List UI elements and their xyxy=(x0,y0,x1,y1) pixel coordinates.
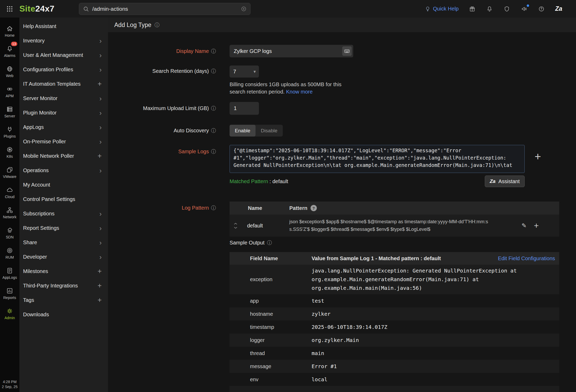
move-up-icon[interactable] xyxy=(234,223,237,225)
sidebar-item[interactable]: Configuration Profiles › + xyxy=(19,62,108,77)
notification-dot xyxy=(527,4,529,7)
global-search-input[interactable]: /admin-actions xyxy=(79,3,251,15)
plus-icon[interactable]: + xyxy=(97,268,102,275)
sample-logs-textarea[interactable]: {"@timestamp":"2025-06-10T18:39:14.017Z"… xyxy=(230,145,525,173)
table-row: timestamp 2025-06-10T18:39:14.017Z xyxy=(230,320,559,334)
auto-discovery-row: Auto Discovery ⓘ Enable Disable xyxy=(108,125,576,137)
matched-pattern-text: Matched Pattern : default xyxy=(230,178,288,184)
field-name-cell: thread xyxy=(250,350,312,356)
shield-icon[interactable] xyxy=(503,5,510,13)
page-title: Add Log Type xyxy=(114,21,151,29)
apm-icon xyxy=(6,86,13,92)
sidebar-item[interactable]: IT Automation Templates › + xyxy=(19,77,108,91)
notifications-bell-icon[interactable] xyxy=(486,5,493,13)
sidebar-item[interactable]: Mobile Network Poller › + xyxy=(19,149,108,163)
help-icon[interactable] xyxy=(538,5,545,13)
info-icon[interactable]: ⓘ xyxy=(211,49,216,54)
sidebar-item[interactable]: Downloads › + xyxy=(19,307,108,322)
plus-icon[interactable]: + xyxy=(97,282,102,289)
sidebar-item[interactable]: Tags › + xyxy=(19,293,108,307)
quick-help-button[interactable]: Quick Help xyxy=(425,6,459,12)
display-name-input[interactable]: Zylker GCP logs xyxy=(230,45,353,57)
edit-field-configurations-link[interactable]: Edit Field Configurations xyxy=(498,255,555,262)
vmware-icon xyxy=(6,166,13,173)
max-upload-input[interactable]: 1 xyxy=(230,102,259,115)
sidebar-item[interactable]: Developer › + xyxy=(19,250,108,264)
zia-avatar-icon[interactable]: Za xyxy=(555,5,562,13)
rail-item-admin[interactable]: Admin xyxy=(0,304,19,324)
pattern-value: json $exception$ $app$ $hostname$ $@time… xyxy=(289,218,491,233)
assistant-button[interactable]: Za Assistant xyxy=(485,176,525,187)
pattern-help-icon[interactable]: ? xyxy=(311,205,317,211)
rail-item-plugins[interactable]: Plugins xyxy=(0,122,19,142)
field-value-cell: local xyxy=(312,373,559,386)
gift-icon[interactable] xyxy=(469,5,476,13)
sidebar-item[interactable]: Operations › + xyxy=(19,163,108,178)
rail-item-network[interactable]: Network xyxy=(0,203,19,223)
zia-icon: Za xyxy=(490,178,496,184)
auto-discovery-enable-button[interactable]: Enable xyxy=(230,125,256,137)
announcements-speaker-icon[interactable] xyxy=(520,5,528,13)
info-icon[interactable]: ⓘ xyxy=(267,240,272,245)
rail-item-server[interactable]: Server xyxy=(0,102,19,122)
clear-search-icon[interactable] xyxy=(241,6,247,12)
search-icon xyxy=(83,6,89,12)
sidebar-item[interactable]: Control Panel Settings › + xyxy=(19,192,108,206)
sidebar-item[interactable]: Inventory › + xyxy=(19,34,108,48)
rail-item-cloud[interactable]: Cloud xyxy=(0,183,19,203)
sidebar-item[interactable]: Subscriptions › + xyxy=(19,206,108,221)
table-row: logger org.zylker.Main xyxy=(230,334,559,347)
rail-item-vmware[interactable]: VMware xyxy=(0,162,19,183)
main-content: Add Log Type ⓘ Display Name ⓘ Zylker GCP… xyxy=(108,18,576,392)
sidebar-item[interactable]: My Account › + xyxy=(19,178,108,192)
info-icon[interactable]: ⓘ xyxy=(211,106,216,111)
info-icon[interactable]: ⓘ xyxy=(211,149,216,154)
keyboard-icon[interactable] xyxy=(342,46,352,56)
table-row: thread main xyxy=(230,347,559,360)
add-sample-log-button[interactable]: + xyxy=(535,151,541,162)
sidebar-item[interactable]: On-Premise Poller › + xyxy=(19,134,108,149)
sidebar-item[interactable]: Help Assistant › + xyxy=(19,19,108,34)
icon-rail: Home 13 Alarms Web xyxy=(0,18,19,392)
move-down-icon[interactable] xyxy=(234,227,237,229)
apps-grid-icon[interactable] xyxy=(0,6,19,12)
know-more-link[interactable]: Know more xyxy=(286,89,313,95)
clock-date: 2 Sep, 25 xyxy=(0,384,19,389)
rail-item-home[interactable]: Home xyxy=(0,21,19,41)
rail-item-k8s[interactable]: K8s xyxy=(0,142,19,162)
rail-item-reports[interactable]: Reports xyxy=(0,284,19,304)
plus-icon[interactable]: + xyxy=(97,153,102,160)
rum-target-icon xyxy=(6,247,13,254)
sidebar-item[interactable]: User & Alert Management › + xyxy=(19,48,108,62)
edit-pattern-icon[interactable]: ✎ xyxy=(521,222,526,229)
rail-item-applogs[interactable]: AppLogs xyxy=(0,263,19,284)
sample-output-label-row: Sample Output ⓘ xyxy=(230,240,559,246)
chevron-right-icon: › xyxy=(99,95,102,102)
sidebar-item[interactable]: AppLogs › + xyxy=(19,120,108,134)
server-icon xyxy=(6,106,13,113)
table-row: env local xyxy=(230,373,559,386)
plus-icon[interactable]: + xyxy=(97,80,102,88)
sidebar-item[interactable]: Milestones › + xyxy=(19,264,108,279)
sidebar-item[interactable]: Plugin Monitor › + xyxy=(19,106,108,120)
sidebar-item[interactable]: Third-Party Integrations › + xyxy=(19,279,108,293)
rail-item-alarms[interactable]: 13 Alarms xyxy=(0,41,19,62)
site24x7-logo[interactable]: Site24x7 xyxy=(19,4,79,14)
rail-item-web[interactable]: Web xyxy=(0,62,19,82)
add-pattern-icon[interactable]: + xyxy=(534,221,539,230)
rail-item-sdn[interactable]: SDN xyxy=(0,223,19,243)
info-icon[interactable]: ⓘ xyxy=(211,69,216,74)
info-icon[interactable]: ⓘ xyxy=(211,205,216,210)
auto-discovery-disable-button[interactable]: Disable xyxy=(256,125,282,137)
rail-item-apm[interactable]: APM xyxy=(0,82,19,102)
sidebar-item[interactable]: Server Monitor › + xyxy=(19,91,108,106)
info-icon[interactable]: ⓘ xyxy=(211,128,216,133)
field-value-cell: java.lang.NullPointerException: Generate… xyxy=(312,265,559,294)
plus-icon[interactable]: + xyxy=(97,297,102,304)
sidebar-item[interactable]: Report Settings › + xyxy=(19,221,108,235)
search-retention-select[interactable]: 7 ▾ xyxy=(230,66,259,78)
field-name-cell: app xyxy=(250,298,312,304)
info-icon[interactable]: ⓘ xyxy=(155,23,160,28)
sidebar-item[interactable]: Share › + xyxy=(19,235,108,250)
rail-item-rum[interactable]: RUM xyxy=(0,243,19,263)
